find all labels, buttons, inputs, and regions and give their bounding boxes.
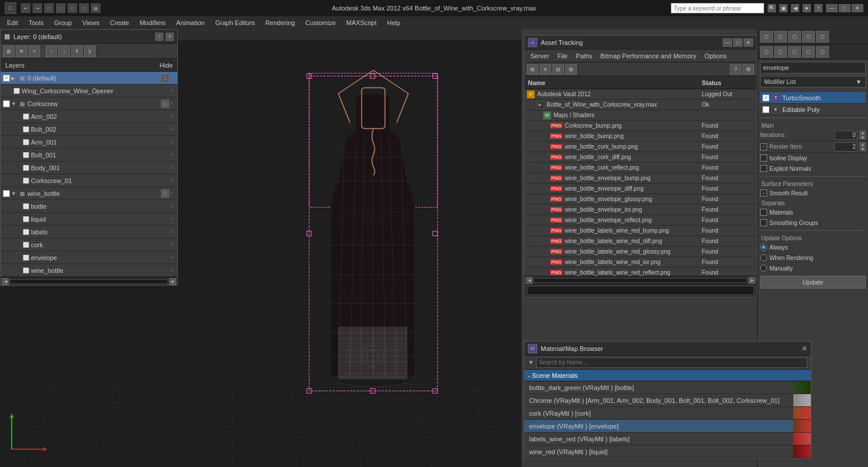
search-input[interactable] <box>671 3 764 13</box>
menu-tools[interactable]: Tools <box>24 18 48 27</box>
mat-row-bottle-dark-green[interactable]: bottle_dark_green (VRayMtl ) [bottle] <box>524 381 811 394</box>
layer-help-btn[interactable]: ? <box>155 33 163 41</box>
iterations-down[interactable]: ▼ <box>860 135 866 139</box>
back-btn[interactable]: ◀ <box>791 4 799 12</box>
at-settings-btn[interactable]: ⚙ <box>743 64 754 75</box>
at-btn-2[interactable]: ≡ <box>540 64 551 75</box>
iterations-value[interactable]: 0 <box>834 131 858 140</box>
layer-item-bolt002[interactable]: ⬜ Bolt_002 ≡ <box>1 123 177 136</box>
isoline-checkbox[interactable] <box>760 155 767 161</box>
maximize-btn[interactable]: □ <box>839 4 850 12</box>
layer-item-body001[interactable]: ⬜ Body_001 ≡ <box>1 161 177 174</box>
layer-item-arm002[interactable]: ⬜ Arm_002 ≡ <box>1 110 177 123</box>
scroll-track[interactable] <box>10 279 168 284</box>
asset-menu-bitmap[interactable]: Bitmap Performance and Memory <box>597 51 699 61</box>
menu-create[interactable]: Create <box>105 18 134 27</box>
asset-scroll-left[interactable]: ◀ <box>526 277 533 284</box>
asset-row-png-7[interactable]: PNG wine_bottle_envelope_diff.png Found <box>524 184 757 194</box>
asset-row-maps[interactable]: M Maps / Shaders <box>524 110 757 121</box>
asset-row-png-9[interactable]: PNG wine_bottle_envelope_ior.png Found <box>524 205 757 215</box>
tb-icon-7[interactable]: ▤ <box>91 3 100 13</box>
materials-checkbox[interactable] <box>760 209 767 216</box>
rp-btn-3[interactable]: ⬡ <box>788 31 801 43</box>
mat-row-cork[interactable]: cork (VRayMtl ) [cork] <box>524 407 811 420</box>
menu-animation[interactable]: Animation <box>172 18 209 27</box>
layer-item-liquid[interactable]: ⬜ liquid ≡ <box>1 213 177 226</box>
asset-row-png-13[interactable]: PNG wine_bottle_labels_wine_red_glossy.p… <box>524 247 757 257</box>
explicit-normals-checkbox[interactable] <box>760 165 767 172</box>
nav-btn[interactable]: ▣ <box>779 4 788 12</box>
asset-menu-file[interactable]: File <box>554 51 571 61</box>
mat-close-btn[interactable]: ✕ <box>802 345 807 353</box>
mat-row-labels[interactable]: labels_wine_red (VRayMtl ) [labels] <box>524 433 811 445</box>
layer-item-wine-bottle[interactable]: ⬜ wine_bottle ≡ <box>1 264 177 277</box>
rp-btn-5[interactable]: ⬡ <box>816 31 829 43</box>
tb-icon-6[interactable]: □ <box>79 3 89 13</box>
asset-menu-options[interactable]: Options <box>701 51 730 61</box>
asset-row-vault[interactable]: V Autodesk Vault 2012 Logged Out <box>524 89 757 100</box>
menu-views[interactable]: Views <box>78 18 104 27</box>
rp-btn-9[interactable]: ⬡ <box>802 46 815 58</box>
layer-check-default[interactable]: ✓ <box>3 75 10 82</box>
iterations-up[interactable]: ▲ <box>860 131 866 135</box>
asset-row-png-12[interactable]: PNG wine_bottle_labels_wine_red_diff.png… <box>524 236 757 247</box>
tb-icon-1[interactable]: ↩ <box>21 3 30 13</box>
asset-menu-paths[interactable]: Paths <box>572 51 596 61</box>
layer-item-wing[interactable]: ⬜ Wing_Corkscrew_Wine_Opener ≡ <box>1 85 177 97</box>
asset-scroll-track[interactable] <box>534 278 747 283</box>
rp-btn-7[interactable]: ⬡ <box>774 46 787 58</box>
modifier-name-field[interactable] <box>760 62 866 73</box>
update-button[interactable]: Update <box>760 276 866 289</box>
rp-btn-8[interactable]: ⬡ <box>788 46 801 58</box>
layer-item-corkscrew[interactable]: ▼ ▦ Corkscrew □ ≡ <box>1 97 177 110</box>
layer-item-envelope[interactable]: ⬜ envelope ≡ <box>1 251 177 264</box>
rp-btn-4[interactable]: ⬡ <box>802 31 815 43</box>
lt-btn-1[interactable]: ⊞ <box>3 45 15 57</box>
menu-help[interactable]: Help <box>383 18 405 27</box>
layer-item-arm001[interactable]: ⬜ Arm_001 ≡ <box>1 136 177 149</box>
at-help-btn[interactable]: ? <box>730 64 741 75</box>
layer-item-labels[interactable]: ⬜ labels ≡ <box>1 226 177 238</box>
asset-row-png-14[interactable]: PNG wine_bottle_labels_wine_red_ior.png … <box>524 257 757 268</box>
asset-row-png-5[interactable]: PNG wine_bottle_cork_reflect.png Found <box>524 163 757 173</box>
mat-row-envelope[interactable]: envelope (VRayMtl ) [envelope] <box>524 420 811 433</box>
asset-menu-server[interactable]: Server <box>527 51 552 61</box>
menu-rendering[interactable]: Rendering <box>261 18 300 27</box>
asset-row-png-8[interactable]: PNG wine_bottle_envelope_glossy.png Foun… <box>524 194 757 205</box>
asset-close-btn[interactable]: ✕ <box>744 38 753 47</box>
lt-btn-7[interactable]: ⇓ <box>84 45 96 57</box>
menu-maxscript[interactable]: MAXScript <box>342 18 382 27</box>
when-rendering-radio[interactable] <box>760 254 767 261</box>
asset-row-png-4[interactable]: PNG wine_bottle_cork_diff.png Found <box>524 152 757 163</box>
modifier-list-dropdown[interactable]: Modifier List ▼ <box>760 76 866 87</box>
layer-item-wine-bottle-layer[interactable]: ▼ ▦ wine_bottle □ ≡ <box>1 187 177 200</box>
layer-item-corkscrew01[interactable]: ⬜ Corkscrew_01 ≡ <box>1 174 177 187</box>
lt-btn-5[interactable]: ↓ <box>58 45 70 57</box>
help-btn[interactable]: ? <box>814 4 822 12</box>
hide-btn[interactable]: Hide <box>159 62 173 69</box>
tb-icon-5[interactable]: □ <box>68 3 77 13</box>
layer-check-wine-bottle[interactable] <box>3 190 10 197</box>
smoothing-groups-checkbox[interactable] <box>760 219 767 226</box>
scroll-left-btn[interactable]: ◀ <box>2 278 9 285</box>
mat-search-input[interactable] <box>536 357 807 368</box>
tb-icon-2[interactable]: ↪ <box>33 3 42 13</box>
layer-check-corkscrew[interactable] <box>3 100 10 107</box>
asset-minimize-btn[interactable]: — <box>723 38 732 47</box>
asset-row-png-3[interactable]: PNG wine_bottle_cork_bump.png Found <box>524 142 757 152</box>
tb-icon-4[interactable]: □ <box>56 3 65 13</box>
menu-edit[interactable]: Edit <box>2 18 23 27</box>
star-btn[interactable]: ★ <box>803 4 811 12</box>
render-iters-up[interactable]: ▲ <box>860 142 866 146</box>
layer-item-default[interactable]: ✓ ▶ ▦ 0 (default) □ ≡ <box>1 72 177 85</box>
asset-maximize-btn[interactable]: □ <box>733 38 743 47</box>
mod-item-turbosmooth[interactable]: ✓ T TurboSmooth <box>760 92 866 104</box>
always-radio[interactable] <box>760 244 767 251</box>
menu-modifiers[interactable]: Modifiers <box>135 18 170 27</box>
layer-item-bolt001[interactable]: ⬜ Bolt_001 ≡ <box>1 149 177 161</box>
layer-expand-wine-bottle[interactable]: □ <box>161 189 169 198</box>
mod-item-editable-poly[interactable]: E Editable Poly <box>760 104 866 115</box>
mat-row-wine-red[interactable]: wine_red (VRayMtl ) [liquid] <box>524 445 811 458</box>
smooth-result-checkbox[interactable]: ✓ <box>760 189 767 196</box>
mod-checkbox-editable-poly[interactable] <box>762 106 769 113</box>
